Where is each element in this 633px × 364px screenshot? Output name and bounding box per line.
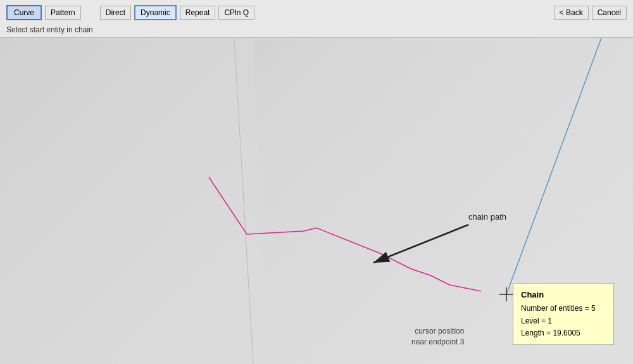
repeat-button[interactable]: Repeat bbox=[180, 6, 216, 20]
cplnq-button[interactable]: CPln Q bbox=[218, 6, 254, 20]
dynamic-button[interactable]: Dynamic bbox=[134, 5, 177, 20]
svg-marker-0 bbox=[0, 38, 266, 364]
cursor-position-label: cursor position near endpoint 3 bbox=[411, 326, 464, 348]
back-button[interactable]: < Back bbox=[554, 6, 589, 20]
direct-button[interactable]: Direct bbox=[100, 6, 131, 20]
info-level: Level = 1 bbox=[521, 315, 606, 327]
info-title: Chain bbox=[521, 289, 606, 302]
toolbar: Curve Pattern Direct Dynamic Repeat CPln… bbox=[0, 0, 633, 38]
info-length: Length = 19.6005 bbox=[521, 327, 606, 339]
arrow-line bbox=[373, 225, 468, 263]
canvas-area[interactable]: chain path cursor position near endpoint… bbox=[0, 38, 633, 364]
status-text: Select start entity in chain bbox=[6, 25, 93, 34]
blue-line bbox=[506, 38, 601, 294]
info-entities: Number of entities = 5 bbox=[521, 303, 606, 315]
pattern-button[interactable]: Pattern bbox=[45, 6, 81, 20]
cancel-button[interactable]: Cancel bbox=[592, 6, 627, 20]
curve-button[interactable]: Curve bbox=[6, 5, 42, 20]
info-box: Chain Number of entities = 5 Level = 1 L… bbox=[513, 283, 614, 345]
chain-path-label: chain path bbox=[468, 212, 506, 222]
